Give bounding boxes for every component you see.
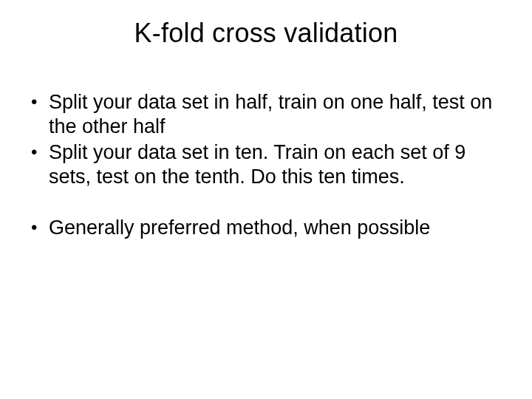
- bullet-item: Split your data set in half, train on on…: [27, 90, 495, 139]
- bullet-list: Generally preferred method, when possibl…: [27, 216, 495, 240]
- slide-body: Split your data set in half, train on on…: [27, 90, 495, 242]
- slide: K-fold cross validation Split your data …: [0, 0, 532, 399]
- spacer: [27, 191, 495, 216]
- bullet-item: Split your data set in ten. Train on eac…: [27, 140, 495, 189]
- bullet-item: Generally preferred method, when possibl…: [27, 216, 495, 240]
- bullet-list: Split your data set in half, train on on…: [27, 90, 495, 189]
- slide-title: K-fold cross validation: [0, 18, 532, 49]
